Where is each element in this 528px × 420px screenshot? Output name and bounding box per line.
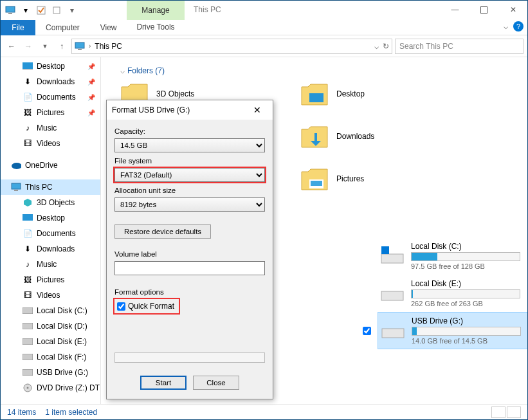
checkbox-icon[interactable] [35,5,47,16]
drive-checkbox[interactable] [363,327,371,335]
drive-row-c[interactable]: Local Disk (C:) 97.5 GB free of 128 GB [378,237,528,275]
help-icon[interactable]: ? [513,21,523,32]
navpane-desktop2[interactable]: Desktop [1,210,100,226]
dialog-close-button[interactable]: ✕ [247,105,268,115]
contextual-tab-manage[interactable]: Manage [127,1,185,20]
start-button[interactable]: Start [140,376,187,390]
format-dialog: Format USB Drive (G:) ✕ Capacity: 14.5 G… [106,100,273,399]
view-details-button[interactable] [491,406,505,418]
navpane-music2[interactable]: ♪Music [1,257,100,272]
drive-space-bar [411,289,520,298]
navpane-label: Downloads [37,77,75,86]
window-controls: — ✕ [441,1,527,19]
navpane-downloads2[interactable]: ⬇Downloads [1,241,100,257]
folder-downloads[interactable]: Downloads [300,124,468,149]
capacity-select[interactable]: 14.5 GB [114,138,265,152]
drive-icon [380,284,405,303]
svg-rect-3 [53,7,60,14]
breadcrumb[interactable]: This PC [95,42,370,51]
navpane-documents[interactable]: 📄Documents📌 [1,89,100,105]
address-bar[interactable]: › This PC ⌵ ↻ [71,39,392,54]
recent-locations-icon[interactable]: ▼ [38,39,52,53]
navigation-pane: Desktop📌 ⬇Downloads📌 📄Documents📌 🖼Pictur… [1,57,101,404]
navpane-downloads[interactable]: ⬇Downloads📌 [1,74,100,89]
folder-label: Downloads [336,132,374,141]
drive-icon [380,246,405,266]
quick-format-checkbox[interactable] [117,302,125,311]
navpane-drive-c[interactable]: Local Disk (C:) [1,303,100,318]
folder-label: Desktop [336,89,365,98]
navpane-pictures2[interactable]: 🖼Pictures [1,272,100,288]
restore-defaults-button[interactable]: Restore device defaults [114,224,211,239]
navpane-label: Videos [37,139,60,148]
tab-drive-tools[interactable]: Drive Tools [127,20,185,32]
navpane-drive-d[interactable]: Local Disk (D:) [1,318,100,334]
navpane-label: Local Disk (F:) [37,352,86,361]
window-title: This PC [194,5,221,14]
drive-name: Local Disk (C:) [411,242,520,251]
navpane-pictures[interactable]: 🖼Pictures📌 [1,105,100,120]
svg-rect-18 [23,369,33,376]
up-button[interactable]: ↑ [55,39,69,53]
search-input[interactable]: Search This PC [395,39,523,54]
navpane-label: This PC [25,183,53,192]
address-dropdown-icon[interactable]: ⌵ [374,42,379,51]
tab-view[interactable]: View [90,20,127,35]
navpane-label: OneDrive [25,161,58,170]
back-button[interactable]: ← [5,39,19,53]
quick-access-toolbar: ▾ ▾ [1,5,78,16]
qat-overflow-icon[interactable]: ▾ [66,5,78,16]
drive-icon [23,336,33,347]
navpane-dvd-z[interactable]: DVD Drive (Z:) DT [1,380,100,396]
drives-list: Local Disk (C:) 97.5 GB free of 128 GB L… [378,237,528,349]
view-tiles-button[interactable] [507,406,521,418]
navpane-music[interactable]: ♪Music [1,120,100,136]
navpane-drive-e[interactable]: Local Disk (E:) [1,334,100,349]
close-button[interactable]: ✕ [498,1,527,19]
properties-icon[interactable] [51,5,62,16]
folder-desktop[interactable]: Desktop [300,82,468,106]
folders-group-header[interactable]: ⌵ Folders (7) [120,66,521,75]
navpane-label: Music [37,260,57,269]
svg-rect-24 [381,254,403,263]
navpane-thispc[interactable]: This PC [1,179,100,195]
minimize-button[interactable]: — [441,1,469,19]
drive-row-e[interactable]: Local Disk (E:) 262 GB free of 263 GB [378,275,528,312]
navpane-drive-f[interactable]: Local Disk (F:) [1,349,100,365]
file-tab[interactable]: File [1,20,35,35]
quick-format-label: Quick Format [128,302,174,311]
cube-icon [23,197,33,208]
folder-pictures[interactable]: Pictures [300,167,468,191]
filesystem-select[interactable]: FAT32 (Default) [114,168,265,182]
picture-icon: 🖼 [23,275,33,285]
allocation-select[interactable]: 8192 bytes [114,197,265,212]
navpane-videos2[interactable]: 🎞Videos [1,288,100,303]
refresh-icon[interactable]: ↻ [383,42,389,51]
video-icon: 🎞 [23,138,33,149]
navpane-videos[interactable]: 🎞Videos [1,136,100,151]
svg-rect-4 [481,6,487,13]
drive-row-usb[interactable]: USB Drive (G:) 14.0 GB free of 14.5 GB [378,312,528,349]
collapse-ribbon-icon[interactable]: ⌵ [504,22,508,31]
navpane-documents2[interactable]: 📄Documents [1,226,100,241]
navpane-onedrive[interactable]: OneDrive [1,158,100,173]
close-button-dialog[interactable]: Close [193,376,239,390]
navpane-usb-g[interactable]: USB Drive (G:) [1,365,100,380]
drive-icon [23,352,33,362]
volume-label-input[interactable] [114,261,265,275]
volume-label-label: Volume label [114,250,265,258]
qat-dropdown-icon[interactable]: ▾ [20,5,32,16]
tab-computer[interactable]: Computer [35,20,90,35]
drive-icon [381,321,405,340]
navpane-label: Music [37,123,57,132]
breadcrumb-chevron-icon[interactable]: › [89,42,91,50]
forward-button[interactable]: → [21,39,35,53]
svg-rect-14 [23,307,33,314]
svg-rect-0 [6,6,15,12]
maximize-button[interactable] [469,1,498,19]
navpane-desktop[interactable]: Desktop📌 [1,59,100,74]
navpane-3dobjects[interactable]: 3D Objects [1,195,100,210]
collapse-icon[interactable]: ⌵ [120,66,125,75]
folder-label: 3D Objects [156,89,194,98]
svg-point-20 [27,387,29,389]
